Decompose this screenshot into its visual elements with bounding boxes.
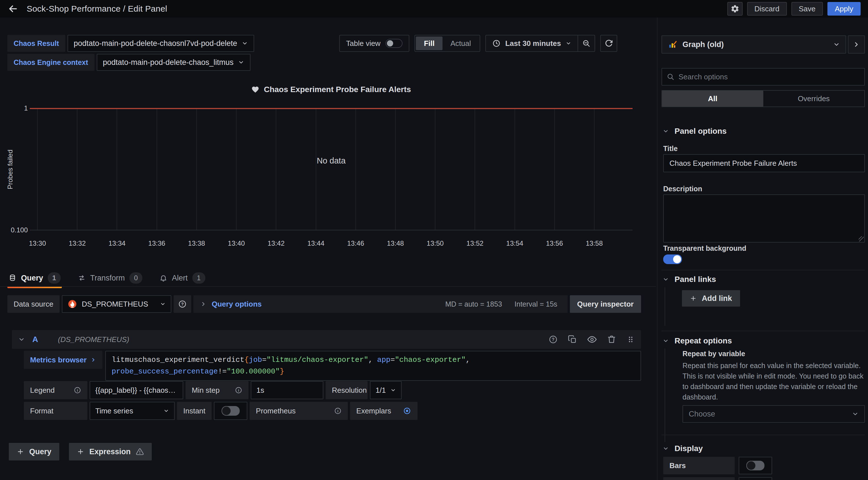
drag-handle-icon[interactable]: [626, 335, 635, 344]
x-tick-label: 13:40: [228, 239, 245, 247]
gridline: [117, 109, 117, 230]
table-view-toggle[interactable]: [385, 39, 403, 48]
y-axis-label: Probes failed: [6, 149, 14, 189]
chevron-down-icon: [663, 445, 669, 452]
promql-token: job: [249, 355, 262, 364]
panel-description-textarea[interactable]: [663, 194, 865, 243]
tab-all[interactable]: All: [662, 91, 763, 107]
info-circle-icon: i: [74, 386, 81, 394]
promql-token: "100.000000": [227, 367, 280, 376]
repeat-variable-select[interactable]: Choose: [682, 405, 865, 423]
collapse-sidebar-button[interactable]: [848, 35, 865, 54]
repeat-description: Repeat this panel for each value in the …: [682, 361, 865, 402]
instant-toggle[interactable]: [221, 406, 240, 416]
editor-tabs: Query 1 Transform 0 Alert 1: [8, 270, 205, 286]
tab-alert[interactable]: Alert 1: [159, 272, 205, 284]
tab-transform[interactable]: Transform 0: [78, 272, 143, 284]
page-title: Sock-Shop Performance / Edit Panel: [27, 4, 167, 13]
chart-plot-area[interactable]: No data: [30, 108, 632, 230]
chevron-down-icon: [18, 336, 25, 343]
tab-query[interactable]: Query 1: [8, 272, 61, 284]
angle-right-icon: [853, 41, 860, 48]
fill-option[interactable]: Fill: [416, 37, 442, 50]
zoom-out-button[interactable]: [578, 35, 594, 51]
textarea-resize-handle[interactable]: [859, 236, 864, 241]
section-divider: [661, 270, 865, 270]
no-data-message: No data: [30, 156, 632, 166]
variable-label: Chaos Engine context: [7, 54, 94, 71]
panel-toolbar: Table view Fill Actual Last 30 minutes: [339, 35, 617, 52]
repeat-by-variable-label: Repeat by variable: [682, 350, 745, 358]
eye-icon[interactable]: [587, 335, 597, 344]
discard-button[interactable]: Discard: [747, 2, 787, 15]
promql-token: "chaos-exporter": [395, 355, 466, 364]
tab-overrides[interactable]: Overrides: [763, 91, 865, 107]
query-options-strip[interactable]: Query options MD = auto = 1853 Interval …: [193, 295, 567, 313]
search-options-input[interactable]: [679, 72, 860, 81]
help-circle-icon[interactable]: ?: [549, 335, 558, 344]
duplicate-icon[interactable]: [568, 335, 577, 344]
panel-title-input[interactable]: [663, 154, 865, 172]
variable-value-dropdown[interactable]: podtato-main-pod-delete-chaos_litmus: [97, 54, 251, 71]
display-header[interactable]: Display: [663, 444, 703, 453]
plus-icon: [690, 295, 697, 302]
transparent-background-label: Transparent background: [663, 244, 746, 252]
query-inspector-button[interactable]: Query inspector: [570, 295, 641, 313]
legend-format-input[interactable]: [90, 381, 183, 399]
variable-value-dropdown[interactable]: podtato-main-pod-delete-chaosnl7vd-pod-d…: [67, 35, 254, 52]
x-tick-label: 13:48: [387, 239, 404, 247]
actual-option[interactable]: Actual: [442, 37, 479, 50]
datasource-picker[interactable]: DS_PROMETHEUS: [62, 295, 171, 313]
y-tick-label: 0.100: [6, 226, 28, 234]
description-field-label: Description: [663, 185, 702, 193]
panel-options-header[interactable]: Panel options: [663, 127, 727, 136]
panel-type-row: Graph (old): [661, 35, 865, 54]
options-sidebar: Graph (old) All Overrides Panel options …: [657, 18, 868, 480]
min-step-label: Min step: [192, 386, 220, 395]
add-query-button[interactable]: Query: [9, 443, 59, 460]
transparent-background-toggle[interactable]: [663, 254, 682, 264]
panel-links-header[interactable]: Panel links: [663, 275, 716, 284]
tab-query-count: 1: [48, 272, 61, 284]
x-tick-label: 13:46: [347, 239, 364, 247]
time-range-picker[interactable]: Last 30 minutes: [486, 35, 578, 51]
exemplars-toggle-icon[interactable]: [403, 407, 411, 415]
query-ds-hint: (DS_PROMETHEUS): [58, 335, 129, 344]
back-arrow-icon[interactable]: [7, 3, 19, 14]
promql-token: {: [244, 355, 249, 364]
gridline: [236, 109, 237, 230]
datasource-help-button[interactable]: ?: [174, 295, 191, 313]
refresh-button[interactable]: [600, 35, 617, 52]
add-link-button[interactable]: Add link: [682, 290, 740, 307]
gridline: [515, 109, 515, 230]
add-expression-button[interactable]: Expression: [69, 443, 152, 460]
resolution-select[interactable]: 1/1: [370, 381, 402, 399]
apply-button[interactable]: Apply: [828, 2, 861, 15]
x-tick-label: 13:52: [466, 239, 483, 247]
chevron-down-icon: [163, 408, 169, 414]
query-options-label: Query options: [212, 300, 261, 309]
chart-title-row: Chaos Experiment Probe Failure Alerts: [30, 85, 632, 94]
query-a-header[interactable]: A (DS_PROMETHEUS) ?: [12, 330, 641, 349]
promql-token: litmuschaos_experiment_verdict: [112, 355, 244, 364]
format-select[interactable]: Time series: [90, 402, 175, 420]
x-tick-label: 13:30: [29, 239, 46, 247]
x-axis-ticks: 13:3013:3213:3413:3613:3813:4013:4213:44…: [37, 239, 594, 249]
panel-settings-button[interactable]: [727, 2, 743, 15]
promql-token: =: [262, 355, 267, 364]
variable-value-text: podtato-main-pod-delete-chaos_litmus: [103, 58, 234, 67]
query-options-stats: MD = auto = 1853 Interval = 15s: [445, 300, 561, 308]
angle-right-icon: [200, 301, 207, 307]
metrics-browser-button[interactable]: Metrics browser: [24, 351, 102, 369]
min-step-input[interactable]: [251, 381, 323, 399]
promql-editor[interactable]: litmuschaos_experiment_verdict{job="litm…: [105, 351, 641, 381]
repeat-options-title: Repeat options: [675, 336, 732, 345]
panel-type-select[interactable]: Graph (old): [661, 35, 846, 54]
bars-toggle[interactable]: [746, 461, 765, 470]
save-button[interactable]: Save: [792, 2, 823, 15]
tab-transform-label: Transform: [90, 274, 125, 282]
datasource-row: Data source DS_PROMETHEUS ? Query option…: [7, 295, 641, 313]
trash-icon[interactable]: [607, 335, 616, 344]
repeat-options-header[interactable]: Repeat options: [663, 336, 732, 345]
search-icon: [666, 73, 675, 81]
